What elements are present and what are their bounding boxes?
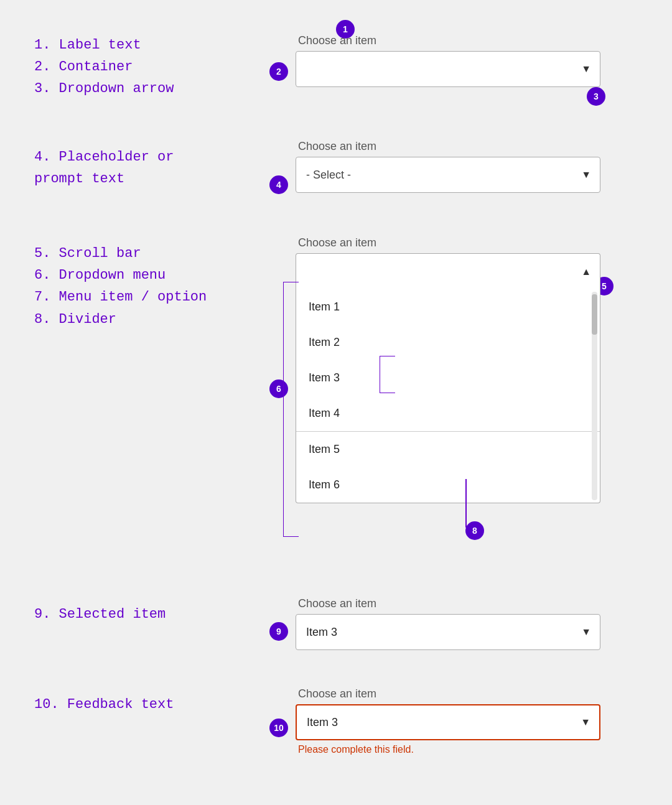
dropdown-container-2[interactable]: - Select - ▼ xyxy=(296,157,600,193)
badge-8: 8 xyxy=(465,521,484,540)
annotation-line-5: 5. Scroll bar xyxy=(34,243,207,264)
selected-value-5: Item 3 xyxy=(307,716,338,729)
annotation-line-8: 8. Divider xyxy=(34,309,207,330)
dropdown-arrow-5: ▼ xyxy=(581,717,590,728)
dropdown-arrow-3-up: ▲ xyxy=(581,266,591,277)
annotation-group-3: 5. Scroll bar 6. Dropdown menu 7. Menu i… xyxy=(34,243,207,330)
annotation-line-9: 9. Selected item xyxy=(34,603,166,625)
badge-2: 2 xyxy=(269,62,288,81)
menu-item-5[interactable]: Item 5 xyxy=(296,432,600,467)
annotation-line-2: 2. Container xyxy=(34,56,174,78)
annotation-group-2: 4. Placeholder or prompt text xyxy=(34,146,174,190)
dropdown-menu-3: Item 1 Item 2 Item 3 Item 4 Item 5 Item … xyxy=(296,289,600,503)
dropdown-label-1: Choose an item xyxy=(296,34,600,47)
annotation-line-10: 10. Feedback text xyxy=(34,694,174,715)
annotation-group-5: 10. Feedback text xyxy=(34,694,174,715)
annotation-line-3: 3. Dropdown arrow xyxy=(34,78,174,100)
dropdown-section-3: Choose an item ▲ Item 1 Item 2 Item 3 It… xyxy=(296,236,600,503)
annotation-line-4b: prompt text xyxy=(34,168,174,190)
dropdown-arrow-2: ▼ xyxy=(581,169,591,180)
bracket-menu xyxy=(283,282,299,537)
annotation-line-7: 7. Menu item / option xyxy=(34,286,207,308)
dropdown-section-5: Choose an item Item 3 ▼ Please complete … xyxy=(296,687,600,755)
dropdown-container-1[interactable]: ▼ xyxy=(296,51,600,87)
dropdown-placeholder: - Select - xyxy=(306,169,351,182)
menu-item-2[interactable]: Item 2 xyxy=(296,325,600,360)
dropdown-label-2: Choose an item xyxy=(296,140,600,153)
feedback-error-message: Please complete this field. xyxy=(296,744,600,755)
annotation-group-1: 1. Label text 2. Container 3. Dropdown a… xyxy=(34,34,174,100)
dropdown-section-4: Choose an item Item 3 ▼ xyxy=(296,597,600,650)
dropdown-arrow-1: ▼ xyxy=(581,63,591,75)
dropdown-container-4[interactable]: Item 3 ▼ xyxy=(296,614,600,650)
badge-4: 4 xyxy=(269,175,288,194)
dropdown-section-2: Choose an item - Select - ▼ xyxy=(296,140,600,193)
bracket-item3 xyxy=(380,356,395,393)
menu-item-1[interactable]: Item 1 xyxy=(296,289,600,325)
badge-9: 9 xyxy=(269,622,288,641)
dropdown-label-5: Choose an item xyxy=(296,687,600,700)
badge-10: 10 xyxy=(269,719,288,737)
annotation-line-4a: 4. Placeholder or xyxy=(34,146,174,168)
dropdown-label-4: Choose an item xyxy=(296,597,600,610)
annotation-group-4: 9. Selected item xyxy=(34,603,166,625)
dropdown-section-1: Choose an item ▼ xyxy=(296,34,600,87)
menu-item-6[interactable]: Item 6 xyxy=(296,467,600,503)
dropdown-container-5[interactable]: Item 3 ▼ xyxy=(296,704,600,740)
badge-3: 3 xyxy=(587,87,605,106)
divider-indicator xyxy=(465,479,467,528)
dropdown-top-3[interactable]: ▲ xyxy=(296,253,600,289)
menu-item-3[interactable]: Item 3 xyxy=(296,360,600,396)
selected-value-4: Item 3 xyxy=(306,626,337,639)
menu-item-4[interactable]: Item 4 xyxy=(296,396,600,431)
scrollbar-track[interactable] xyxy=(592,292,597,500)
annotation-line-6: 6. Dropdown menu xyxy=(34,264,207,286)
scrollbar-thumb[interactable] xyxy=(592,294,597,335)
annotation-line-1: 1. Label text xyxy=(34,34,174,56)
dropdown-arrow-4: ▼ xyxy=(581,626,591,638)
dropdown-label-3: Choose an item xyxy=(296,236,600,249)
